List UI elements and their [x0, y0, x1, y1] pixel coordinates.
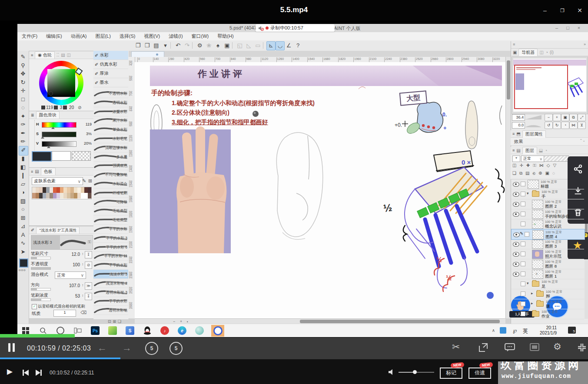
text-tool-icon[interactable]: A [19, 231, 27, 239]
param-track-0[interactable] [31, 257, 51, 259]
angle-value[interactable]: 0.0 [512, 122, 525, 129]
menu-item-4[interactable]: 选择(S) [115, 32, 140, 40]
layer-checkbox[interactable] [521, 222, 525, 226]
share-icon[interactable] [573, 164, 583, 174]
eye-icon[interactable] [513, 212, 519, 217]
param-stepper-0[interactable]: ↕ [82, 252, 83, 256]
prev-button[interactable] [23, 370, 29, 377]
brush-item[interactable]: 平平的水彩 3 [93, 234, 128, 243]
brush-item[interactable]: 毛笔类型 [93, 215, 128, 225]
new-canvas-icon[interactable]: ❐ [134, 41, 142, 50]
brush-item[interactable]: 平平的水彩 [93, 297, 128, 306]
param-stepper-3[interactable]: ↕ [82, 283, 83, 287]
param-track-4[interactable] [31, 298, 51, 301]
hscroll-thumb[interactable] [300, 320, 500, 323]
next-button[interactable] [36, 370, 42, 377]
volume-knob[interactable] [413, 370, 417, 374]
layer-row-图层 8[interactable]: 100 % 正常图层 8 [511, 259, 584, 269]
color-history-dots[interactable]: ooo [19, 268, 26, 272]
tab-layer-props[interactable]: 图层属性 [522, 130, 546, 138]
paper-texture-value[interactable]: 1 [53, 310, 76, 317]
brush-item[interactable]: 透明水彩笔 3 [93, 288, 128, 297]
layer-row-照片示范[interactable]: 100 % 正常照片示范 [511, 249, 584, 259]
param-button-1[interactable]: ⊘ [85, 262, 92, 269]
volume-icon[interactable] [388, 369, 395, 375]
move-tool-icon[interactable]: ✛ [19, 86, 27, 95]
layer-row-图层 4[interactable]: ✎100 % 正常图层 4 [511, 229, 585, 240]
brush-item[interactable]: 浓重水彩 [93, 107, 128, 116]
rect-select-tool-icon[interactable]: □ [19, 95, 27, 104]
layer-row-图层 3[interactable]: 100 % 正常图层 3 [511, 239, 584, 249]
param-stepper-1[interactable]: ↕ [82, 262, 83, 266]
hand-tool-icon[interactable]: ✥ [19, 70, 27, 78]
exit-fullscreen-button[interactable] [577, 342, 587, 353]
rewind-5s-button[interactable]: 5 [145, 342, 158, 355]
param-track-1[interactable] [31, 267, 51, 270]
canvas-surface[interactable]: 作业讲评 手的绘制步骤: 1.确定整个手的大小和动态(根据指节的弯折角度来找) … [135, 62, 505, 318]
eye-icon[interactable] [513, 192, 519, 197]
slider-marker-S[interactable] [41, 136, 44, 139]
notification-icon[interactable]: 5 [568, 327, 576, 334]
brush-item[interactable]: 浅淡水彩 3 [93, 270, 128, 279]
maximize-button[interactable]: ❐ [558, 6, 567, 15]
tab-stub-5[interactable]: ◔ [545, 50, 548, 55]
undo-icon[interactable]: ↶ [174, 41, 182, 50]
layer-checkbox[interactable] [521, 182, 525, 186]
brush-item[interactable]: 水彩毛笔 [93, 134, 128, 143]
mask-dropdown[interactable]: ▾ [512, 156, 520, 162]
eyedropper-tool-icon[interactable]: ✑ [19, 120, 27, 129]
brush-item[interactable]: 果汁水彩 [93, 116, 128, 125]
slider-marker-H[interactable] [51, 127, 55, 129]
teal-app[interactable] [194, 326, 205, 335]
menu-item-3[interactable]: 图层(L) [91, 32, 115, 40]
redo-icon[interactable]: ↷ [183, 41, 191, 50]
layer-checkbox[interactable] [521, 202, 525, 206]
open-file-icon[interactable]: ❒ [143, 41, 151, 50]
palette-swatch[interactable] [88, 193, 92, 199]
layer-row-足[interactable]: ▾100 % 正常足 [511, 279, 584, 289]
grid-tool-icon[interactable]: ⊞ [19, 214, 27, 222]
pen-tool-icon[interactable]: ✎ [19, 53, 27, 61]
brush-item[interactable]: 强调底色 [93, 161, 128, 170]
nav-rotate-btn-1[interactable]: ↻ [553, 122, 561, 129]
save-more-icon[interactable]: ▾ [161, 41, 169, 50]
current-color-chip[interactable] [19, 258, 28, 268]
param-button-0[interactable]: ↧ [85, 251, 92, 258]
ime-indicator[interactable]: 英 [523, 328, 528, 335]
layer-row-图层 1[interactable]: +100 % 正常图层 1 [511, 269, 584, 279]
menu-item-0[interactable]: 文件(F) [17, 32, 42, 40]
netease-music-app[interactable]: ♪ [159, 326, 170, 335]
brush-group-厚涂[interactable]: ✐厚涂 [93, 69, 128, 78]
palette-edit-icon[interactable]: ✎ [82, 178, 86, 184]
curve-tool-icon[interactable]: ◡ [276, 41, 285, 50]
qq-app[interactable] [142, 326, 153, 335]
volume-slider[interactable] [399, 372, 434, 373]
scale-icon[interactable]: ◺ [245, 41, 253, 50]
brush-item[interactable]: 毛笔类型 [93, 206, 128, 215]
export-button[interactable] [478, 342, 488, 353]
brush-item[interactable]: 可降噪 [93, 198, 128, 207]
transform-icon[interactable]: ◱ [236, 41, 244, 50]
menu-item-1[interactable]: 编辑(E) [42, 32, 66, 40]
mark-button[interactable]: 标记 [440, 367, 462, 379]
magic-wand-tool-icon[interactable]: ✦ [19, 112, 27, 121]
layer-checkbox[interactable] [521, 311, 525, 316]
layer-checkbox[interactable] [521, 242, 525, 246]
vscroll-thumb[interactable] [507, 60, 510, 99]
brush-item[interactable]: 浅淡水彩笔 2 [93, 279, 128, 288]
param-button-3[interactable]: ≫ [85, 282, 92, 290]
brush-item[interactable]: 纤维笔刷 [93, 189, 128, 198]
menu-item-7[interactable]: 窗口(W) [187, 32, 213, 40]
tab-color-wheel[interactable]: ◉ 色轮 [35, 51, 55, 59]
tab-color-sliders[interactable]: 颜色滑块 [36, 111, 60, 119]
menu-item-6[interactable]: 滤镜(I) [164, 32, 187, 40]
brush-item[interactable]: 清晰边缘水彩 [93, 143, 128, 152]
layer-row-作业[interactable]: ▾100 % 正常作业 [511, 309, 584, 319]
forward-5s-button[interactable]: 5 [169, 342, 183, 355]
tab-close-dot-icon[interactable] [156, 53, 158, 56]
shape-ellipse-tool-icon[interactable]: ○ [19, 205, 27, 214]
brush-item[interactable]: 透明水彩笔 [93, 306, 128, 315]
zoom-fit-icon[interactable]: ▪ [187, 320, 188, 324]
eye-icon[interactable] [513, 242, 519, 247]
expand-icon[interactable]: ▸ [531, 301, 533, 305]
